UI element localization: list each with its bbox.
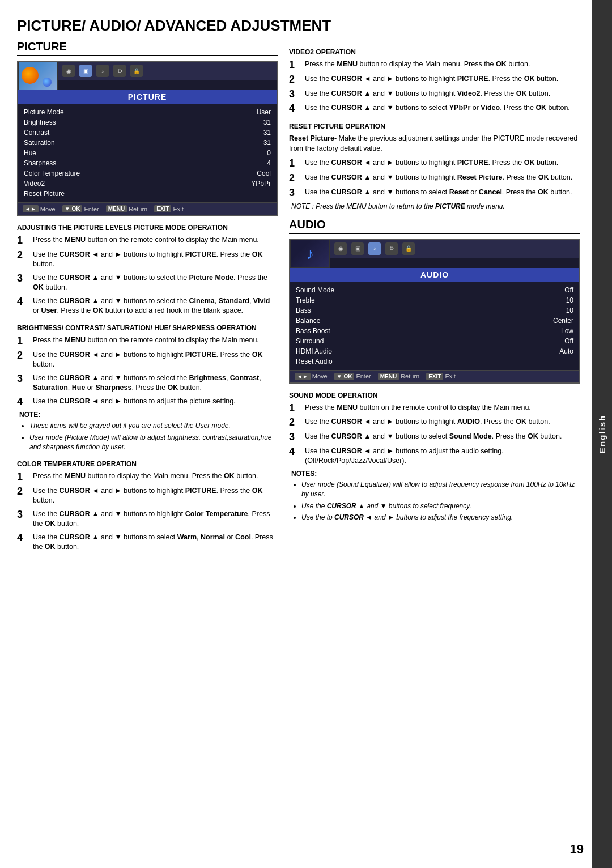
step-num: 4 <box>17 533 28 552</box>
osd-icon-a5: 🔒 <box>402 242 415 255</box>
page-number: 19 <box>570 842 584 857</box>
step-num: 2 <box>289 74 300 86</box>
step-num: 1 <box>289 59 300 71</box>
audio-osd-rows: Sound ModeOff Treble10 Bass10 BalanceCen… <box>290 282 579 370</box>
osd-row-contrast: Contrast31 <box>24 127 271 138</box>
step-text: Use the CURSOR ▲ and ▼ buttons to highli… <box>305 89 580 100</box>
step-item: 2 Use the CURSOR ◄ and ► buttons to high… <box>17 350 278 370</box>
step-num: 4 <box>17 296 28 316</box>
osd-row-sharpness: Sharpness4 <box>24 158 271 168</box>
step-text: Use the CURSOR ◄ and ► buttons to highli… <box>33 350 278 370</box>
step-item: 3 Use the CURSOR ▲ and ▼ buttons to sele… <box>289 432 580 443</box>
step-item: 4 Use the CURSOR ▲ and ▼ buttons to sele… <box>289 103 580 114</box>
step-item: 1 Press the MENU button on the remote co… <box>17 335 278 347</box>
osd-row-hue: Hue0 <box>24 148 271 158</box>
osd-row-brightness: Brightness31 <box>24 117 271 127</box>
step-num: 3 <box>17 509 28 529</box>
step-text: Use the CURSOR ▲ and ▼ buttons to select… <box>33 273 278 293</box>
step-num: 2 <box>289 173 300 184</box>
step-num: 2 <box>17 350 28 370</box>
color-temp-steps: 1 Press the MENU button to display the M… <box>17 471 278 552</box>
footer-enter: ▼ OK Enter <box>62 205 99 212</box>
osd-icon-5: 🔒 <box>130 65 143 77</box>
step-text: Use the CURSOR ◄ and ► buttons to highli… <box>33 486 278 506</box>
audio-section-title: AUDIO <box>289 218 580 234</box>
footer-return-a: MENU Return <box>378 373 419 380</box>
step-num: 3 <box>17 373 28 393</box>
picture-thumbnail <box>18 62 58 90</box>
footer-move: ◄► Move <box>23 205 56 212</box>
step-num: 1 <box>17 335 28 347</box>
step-item: 1 Press the MENU button to display the M… <box>289 59 580 71</box>
step-item: 2 Use the CURSOR ▲ and ▼ buttons to high… <box>289 173 580 184</box>
step-num: 4 <box>289 446 300 466</box>
step-item: 1 Use the CURSOR ◄ and ► buttons to high… <box>289 158 580 169</box>
page-title: PICTURE/ AUDIO/ ADVANCED ADJUSTMENT <box>17 17 580 35</box>
step-num: 1 <box>17 471 28 483</box>
adjusting-steps-list: 1 Press the MENU button on the remote co… <box>17 235 278 316</box>
language-tab: English <box>592 0 612 868</box>
note-item: Use the CURSOR ▲ and ▼ buttons to select… <box>301 501 580 511</box>
left-column: PICTURE ◉ ▣ ♪ ⚙ <box>17 40 278 556</box>
osd-icon-a2: ▣ <box>351 242 364 255</box>
step-text: Use the CURSOR ◄ and ► buttons to adjust… <box>305 446 580 466</box>
step-item: 3 Use the CURSOR ▲ and ▼ buttons to sele… <box>289 188 580 199</box>
picture-osd-title: PICTURE <box>18 90 277 104</box>
picture-osd-box: ◉ ▣ ♪ ⚙ 🔒 PICTURE Picture ModeUser Brigh… <box>17 61 278 216</box>
footer-enter-a: ▼ OK Enter <box>334 373 371 380</box>
step-item: 2 Use the CURSOR ◄ and ► buttons to high… <box>17 486 278 506</box>
adjusting-section-header: ADJUSTING THE PICTURE LEVELS PICTURE MOD… <box>17 224 278 232</box>
osd-row-video2: Video2YPbPr <box>24 178 271 189</box>
osd-row-color-temp: Color TemperatureCool <box>24 168 271 178</box>
picture-osd-rows: Picture ModeUser Brightness31 Contrast31… <box>18 104 277 202</box>
osd-row-surround: SurroundOff <box>296 336 573 346</box>
step-num: 2 <box>17 486 28 506</box>
brightness-steps-list: 1 Press the MENU button on the remote co… <box>17 335 278 408</box>
step-text: Use the CURSOR ▲ and ▼ buttons to select… <box>33 533 278 552</box>
step-item: 1 Press the MENU button on the remote co… <box>289 403 580 414</box>
right-column: VIDEO2 OPERATION 1 Press the MENU button… <box>289 40 580 556</box>
sound-mode-steps: 1 Press the MENU button on the remote co… <box>289 403 580 466</box>
step-text: Use the CURSOR ▲ and ▼ buttons to select… <box>33 373 278 393</box>
step-text: Press the MENU button on the remote cont… <box>305 403 580 414</box>
step-item: 4 Use the CURSOR ▲ and ▼ buttons to sele… <box>17 296 278 316</box>
audio-osd-icons-row: ◉ ▣ ♪ ⚙ 🔒 <box>330 240 579 258</box>
step-text: Press the MENU button on the remote cont… <box>33 335 278 347</box>
osd-row-treble: Treble10 <box>296 295 573 305</box>
step-item: 3 Use the CURSOR ▲ and ▼ buttons to sele… <box>17 373 278 393</box>
step-num: 1 <box>17 235 28 246</box>
audio-osd-footer: ◄► Move ▼ OK Enter MENU Return EXIT Exit <box>290 370 579 382</box>
video2-steps: 1 Press the MENU button to display the M… <box>289 59 580 114</box>
step-item: 2 Use the CURSOR ◄ and ► buttons to high… <box>289 417 580 428</box>
video2-header: VIDEO2 OPERATION <box>289 48 580 56</box>
osd-row-balance: BalanceCenter <box>296 316 573 326</box>
picture-osd-icons-row: ◉ ▣ ♪ ⚙ 🔒 <box>58 62 277 80</box>
step-item: 4 Use the CURSOR ◄ and ► buttons to adju… <box>17 397 278 408</box>
brightness-section-header: BRIGHTNESS/ CONTRAST/ SATURATION/ HUE/ S… <box>17 324 278 332</box>
osd-row-bass-boost: Bass BoostLow <box>296 326 573 336</box>
step-num: 3 <box>289 188 300 199</box>
note-item: Use the to CURSOR ◄ and ► buttons to adj… <box>301 513 580 522</box>
step-item: 3 Use the CURSOR ▲ and ▼ buttons to high… <box>289 89 580 100</box>
reset-picture-steps: 1 Use the CURSOR ◄ and ► buttons to high… <box>289 158 580 198</box>
reset-picture-description: Reset Picture- Make the previous adjustm… <box>289 134 580 154</box>
step-num: 3 <box>289 432 300 443</box>
step-item: 1 Press the MENU button to display the M… <box>17 471 278 483</box>
osd-icon-a4: ⚙ <box>385 242 398 255</box>
step-num: 1 <box>289 158 300 169</box>
step-num: 2 <box>17 250 28 270</box>
step-text: Use the CURSOR ▲ and ▼ buttons to select… <box>305 188 580 199</box>
step-item: 3 Use the CURSOR ▲ and ▼ buttons to high… <box>17 509 278 529</box>
step-text: Use the CURSOR ◄ and ► buttons to highli… <box>305 74 580 86</box>
reset-picture-header: RESET PICTURE OPERATION <box>289 122 580 130</box>
step-item: 4 Use the CURSOR ◄ and ► buttons to adju… <box>289 446 580 466</box>
note-item: User mode (Picture Mode) will allow to a… <box>29 433 278 452</box>
note-item: These items will be grayed out if you ar… <box>29 421 278 431</box>
step-text: Use the CURSOR ▲ and ▼ buttons to select… <box>33 296 278 316</box>
osd-icon-2: ▣ <box>79 65 92 77</box>
step-text: Press the MENU button to display the Mai… <box>33 471 278 483</box>
osd-row-bass: Bass10 <box>296 305 573 316</box>
step-text: Use the CURSOR ◄ and ► buttons to adjust… <box>33 397 278 408</box>
step-text: Use the CURSOR ◄ and ► buttons to highli… <box>33 250 278 270</box>
brightness-note-label: NOTE: <box>17 411 278 419</box>
